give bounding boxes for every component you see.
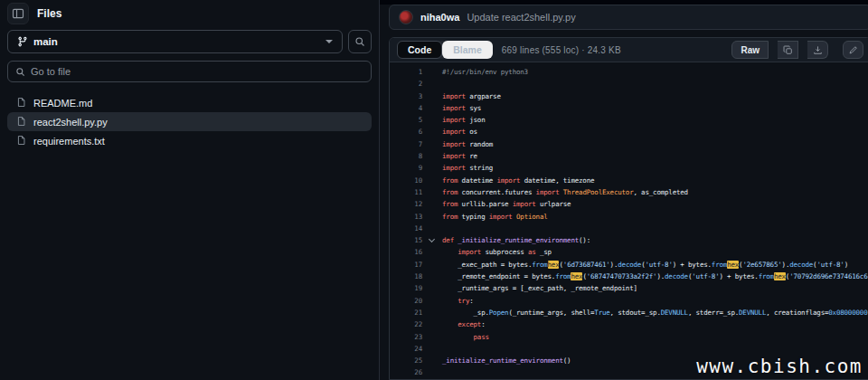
branch-name: main — [33, 36, 320, 47]
code-line: 3import argparse — [390, 90, 868, 102]
copy-icon — [783, 45, 793, 55]
code-line: 13from typing import Optional — [390, 211, 868, 223]
fold-spacer — [426, 126, 439, 138]
file-view: niha0wa Update react2shell.py.py CodeBla… — [380, 0, 868, 380]
fold-spacer — [426, 186, 439, 198]
line-number[interactable]: 17 — [390, 259, 426, 271]
branch-row: main — [0, 27, 379, 57]
line-number[interactable]: 16 — [390, 246, 426, 258]
code-line: 19 _runtime_args = [_exec_path, _remote_… — [390, 282, 868, 294]
git-branch-icon — [17, 36, 28, 47]
commit-author[interactable]: niha0wa — [420, 12, 459, 23]
code-line: 24 — [390, 343, 868, 355]
fold-spacer — [426, 271, 439, 282]
go-to-file-input[interactable] — [31, 66, 363, 77]
watermark-text: www.cbish.com — [696, 356, 863, 377]
code-line: 6import os — [390, 126, 868, 138]
line-number[interactable]: 24 — [390, 343, 426, 355]
fold-spacer — [426, 246, 439, 258]
line-number[interactable]: 9 — [390, 162, 426, 174]
edit-icon — [848, 45, 858, 55]
code-line: 8import re — [390, 150, 868, 162]
code-line: 11from concurrent.futures import ThreadP… — [390, 186, 868, 198]
line-number[interactable]: 12 — [390, 198, 426, 210]
download-raw-button[interactable] — [807, 41, 828, 59]
code-text: import os — [439, 126, 868, 138]
code-line: 12from urllib.parse import urlparse — [390, 198, 868, 210]
file-icon — [16, 116, 26, 127]
code-text: from datetime import datetime, timezone — [439, 175, 868, 186]
line-number[interactable]: 15 — [390, 234, 426, 246]
file-tree-item[interactable]: requirements.txt — [7, 131, 372, 150]
file-name: README.md — [33, 98, 92, 109]
line-number[interactable]: 3 — [390, 90, 426, 102]
raw-button[interactable]: Raw — [731, 41, 769, 59]
code-line: 23 pass — [390, 331, 868, 343]
file-meta: 669 lines (555 loc) · 24.3 KB — [502, 45, 621, 55]
code-text: _remote_endpoint = bytes.fromhex('687474… — [439, 271, 868, 282]
line-number[interactable]: 13 — [390, 211, 426, 223]
code-line: 20 try: — [390, 295, 868, 307]
sidebar-header: Files — [0, 0, 379, 27]
code-text: import sys — [439, 102, 868, 114]
latest-commit-bar[interactable]: niha0wa Update react2shell.py.py — [389, 5, 868, 30]
line-number[interactable]: 2 — [390, 78, 426, 90]
code-text: import re — [439, 150, 868, 162]
fold-spacer — [426, 114, 439, 126]
go-to-file-box[interactable] — [7, 61, 372, 82]
line-number[interactable]: 20 — [390, 295, 426, 307]
fold-spacer — [426, 307, 439, 318]
code-line: 18 _remote_endpoint = bytes.fromhex('687… — [390, 271, 868, 282]
code-text: import argparse — [439, 90, 868, 102]
file-tree-item[interactable]: react2shell.py.py — [7, 112, 372, 131]
line-number[interactable]: 10 — [390, 175, 426, 186]
code-text — [439, 343, 868, 355]
code-line: 5import json — [390, 114, 868, 126]
fold-spacer — [426, 66, 439, 78]
line-number[interactable]: 6 — [390, 126, 426, 138]
code-toolbar: CodeBlame 669 lines (555 loc) · 24.3 KB … — [390, 38, 868, 62]
branch-selector-button[interactable]: main — [7, 30, 343, 53]
fold-spacer — [426, 318, 439, 330]
code-line: 15def _initialize_runtime_environment(): — [390, 234, 868, 246]
fold-spacer — [426, 211, 439, 223]
avatar[interactable] — [399, 10, 413, 24]
line-number[interactable]: 4 — [390, 102, 426, 114]
code-panel: CodeBlame 669 lines (555 loc) · 24.3 KB … — [389, 37, 868, 380]
file-name: react2shell.py.py — [33, 117, 108, 128]
code-line: 7import random — [390, 138, 868, 150]
line-number[interactable]: 14 — [390, 223, 426, 234]
file-tree-item[interactable]: README.md — [7, 93, 372, 112]
copy-raw-button[interactable] — [778, 41, 798, 59]
code-line: 9import string — [390, 162, 868, 174]
commit-message[interactable]: Update react2shell.py.py — [467, 12, 575, 23]
fold-spacer — [426, 162, 439, 174]
line-number[interactable]: 23 — [390, 331, 426, 343]
line-number[interactable]: 22 — [390, 318, 426, 330]
tab-blame[interactable]: Blame — [442, 41, 493, 59]
fold-spacer — [426, 90, 439, 102]
line-number[interactable]: 1 — [390, 66, 426, 78]
line-number[interactable]: 7 — [390, 138, 426, 150]
fold-chevron-icon[interactable] — [426, 234, 439, 246]
fold-spacer — [426, 282, 439, 294]
line-number[interactable]: 11 — [390, 186, 426, 198]
fold-spacer — [426, 355, 439, 366]
line-number[interactable]: 18 — [390, 271, 426, 282]
line-number[interactable]: 21 — [390, 307, 426, 318]
code-text: import string — [439, 162, 868, 174]
search-this-repo-button[interactable] — [348, 30, 372, 53]
edit-file-button[interactable] — [843, 41, 863, 59]
line-number[interactable]: 19 — [390, 282, 426, 294]
collapse-sidebar-button[interactable] — [7, 3, 29, 24]
code-text: def _initialize_runtime_environment(): — [439, 234, 868, 246]
tab-code[interactable]: Code — [397, 41, 442, 59]
code-text: from urllib.parse import urlparse — [439, 198, 868, 210]
fold-spacer — [426, 259, 439, 271]
line-number[interactable]: 5 — [390, 114, 426, 126]
file-name: requirements.txt — [33, 136, 105, 147]
code-text: import json — [439, 114, 868, 126]
line-number[interactable]: 8 — [390, 150, 426, 162]
line-number[interactable]: 25 — [390, 355, 426, 366]
line-number[interactable]: 26 — [390, 366, 426, 378]
